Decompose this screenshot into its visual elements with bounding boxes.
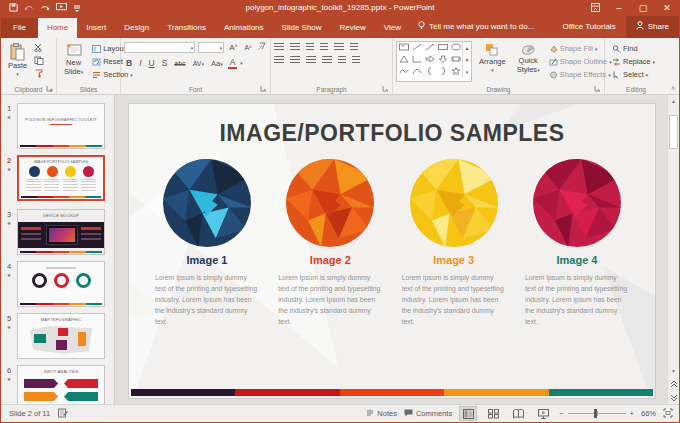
format-painter-icon[interactable] — [34, 69, 44, 80]
shape-brace-right-icon[interactable] — [439, 67, 447, 77]
shape-star-icon[interactable] — [451, 67, 461, 77]
shape-triangle-icon[interactable] — [399, 55, 409, 65]
normal-view-button[interactable] — [459, 406, 477, 421]
zoom-slider-track[interactable] — [568, 413, 626, 414]
thumbnail-slide-4[interactable]: 4★ — [1, 261, 114, 307]
align-center-icon[interactable] — [290, 56, 300, 64]
grow-font-button[interactable]: A˄ — [227, 43, 239, 52]
notes-button[interactable]: Notes — [366, 409, 397, 419]
text-direction-icon[interactable] — [350, 43, 358, 51]
image-caption-text[interactable]: Lorem Ipsum is simply dummy text of the … — [525, 273, 629, 327]
reading-view-button[interactable] — [509, 406, 527, 421]
shapes-scroll-up-icon[interactable]: ▲ — [462, 42, 471, 54]
paragraph-dialog-launcher-icon[interactable] — [382, 85, 390, 93]
font-size-combo[interactable]: ▾ — [198, 42, 224, 53]
image-caption-text[interactable]: Lorem Ipsum is simply dummy text of the … — [278, 273, 382, 327]
bullets-icon[interactable] — [274, 43, 284, 51]
italic-button[interactable]: I — [137, 58, 143, 68]
scrollbar-thumb[interactable] — [669, 115, 678, 149]
zoom-in-icon[interactable]: + — [630, 409, 634, 418]
font-color-caret-icon[interactable]: ▾ — [240, 60, 243, 66]
close-icon[interactable]: ✕ — [655, 0, 679, 15]
scroll-up-icon[interactable]: ▲ — [668, 95, 679, 107]
slide-show-button[interactable] — [534, 406, 552, 421]
change-case-button[interactable]: Aa▾ — [209, 59, 225, 68]
share-button[interactable]: Share — [626, 16, 679, 38]
scroll-down-icon[interactable]: ▼ — [668, 365, 679, 377]
clear-formatting-icon[interactable] — [257, 42, 267, 53]
clipboard-dialog-launcher-icon[interactable] — [46, 85, 54, 93]
collapse-ribbon-icon[interactable]: ˄ — [671, 85, 675, 92]
comments-button[interactable]: Comments — [404, 409, 452, 419]
tab-insert[interactable]: Insert — [77, 18, 115, 38]
copy-icon[interactable] — [34, 56, 44, 67]
shrink-font-button[interactable]: A˅ — [242, 44, 254, 51]
quick-styles-button[interactable]: QuickStyles▾ — [513, 41, 544, 82]
shape-oval-icon[interactable] — [451, 43, 461, 53]
thumbnail-slide-6[interactable]: 6★ SWOT ANALYSIS — [1, 365, 114, 405]
image-card-1[interactable]: Image 1 Lorem Ipsum is simply dummy text… — [151, 159, 263, 327]
image-card-2[interactable]: Image 2 Lorem Ipsum is simply dummy text… — [274, 159, 386, 327]
font-color-button[interactable]: A — [228, 57, 238, 69]
shape-outline-button[interactable]: Shape Outline▾ — [547, 56, 614, 67]
image-card-4[interactable]: Image 4 Lorem Ipsum is simply dummy text… — [521, 159, 633, 327]
font-dialog-launcher-icon[interactable] — [260, 85, 268, 93]
font-name-combo[interactable]: ▾ — [124, 42, 195, 53]
save-icon[interactable] — [9, 3, 18, 12]
thumbnail-slide-2-selected[interactable]: 2★ IMAGE/PORTFOLIO SAMPLES — [1, 155, 114, 201]
image-label[interactable]: Image 2 — [310, 254, 351, 266]
shape-freeform-icon[interactable] — [399, 67, 409, 77]
shapes-more-icon[interactable]: ▾ — [462, 66, 471, 78]
cut-icon[interactable] — [34, 43, 44, 54]
smartart-icon[interactable] — [352, 56, 360, 64]
strikethrough-button[interactable]: abc — [172, 60, 187, 67]
thumbnail-slide-5[interactable]: 5★ MAP INFOGRAPHIC — [1, 313, 114, 359]
shape-rectangle-icon[interactable] — [438, 43, 448, 53]
arrange-button[interactable]: Arrange▾ — [475, 41, 510, 82]
line-spacing-icon[interactable] — [334, 43, 344, 51]
scrollbar-track[interactable] — [668, 107, 679, 365]
previous-slide-button[interactable] — [668, 377, 679, 391]
shape-arrow-icon[interactable] — [425, 43, 435, 53]
paste-button[interactable]: Paste ▾ — [4, 41, 31, 82]
fit-slide-to-window-icon[interactable] — [663, 408, 673, 420]
image-label[interactable]: Image 4 — [557, 254, 598, 266]
shape-elbow-icon[interactable] — [412, 55, 422, 65]
ribbon-display-options-icon[interactable] — [583, 0, 607, 15]
image-caption-text[interactable]: Lorem Ipsum is simply dummy text of the … — [402, 273, 506, 327]
shapes-gallery[interactable]: ▲ ▼ ▾ — [396, 41, 472, 82]
image-card-3[interactable]: Image 3 Lorem Ipsum is simply dummy text… — [398, 159, 510, 327]
shape-effects-button[interactable]: Shape Effects▾ — [547, 69, 614, 80]
spell-check-icon[interactable] — [58, 408, 68, 420]
bold-button[interactable]: B — [124, 58, 134, 68]
replace-button[interactable]: Replace▾ — [610, 56, 657, 67]
office-tutorials-button[interactable]: Office Tutorials — [552, 17, 625, 37]
shape-arrow-right-icon[interactable] — [425, 55, 435, 65]
find-button[interactable]: Find — [610, 43, 657, 54]
image-label[interactable]: Image 3 — [433, 254, 474, 266]
drawing-dialog-launcher-icon[interactable] — [594, 85, 602, 93]
redo-icon[interactable] — [40, 4, 50, 12]
tab-design[interactable]: Design — [115, 18, 158, 38]
numbering-icon[interactable] — [290, 43, 300, 51]
new-slide-button[interactable]: NewSlide▾ — [60, 41, 87, 82]
tab-slide-show[interactable]: Slide Show — [273, 18, 331, 38]
tab-transitions[interactable]: Transitions — [158, 18, 215, 38]
start-from-beginning-icon[interactable] — [56, 3, 67, 12]
tab-view[interactable]: View — [375, 18, 410, 38]
thumbnail-slide-1[interactable]: 1★ POLYGON INFOGRAPHIC TOOLKIT — [1, 103, 114, 149]
maximize-icon[interactable]: ▢ — [631, 0, 655, 15]
shape-arrow-down-icon[interactable] — [438, 55, 448, 65]
select-button[interactable]: Select▾ — [610, 69, 657, 80]
underline-button[interactable]: U — [147, 58, 157, 68]
slide-title[interactable]: IMAGE/PORTFOLIO SAMPLES — [129, 120, 655, 147]
increase-indent-icon[interactable] — [320, 43, 328, 51]
image-label[interactable]: Image 1 — [187, 254, 228, 266]
align-right-icon[interactable] — [306, 56, 316, 64]
thumbnail-slide-3[interactable]: 3★ DEVICE MOCKUP — [1, 209, 114, 255]
current-slide[interactable]: IMAGE/PORTFOLIO SAMPLES — [128, 103, 656, 399]
shape-textbox-icon[interactable] — [399, 43, 409, 53]
columns-icon[interactable] — [338, 56, 346, 64]
zoom-out-icon[interactable]: − — [559, 409, 563, 418]
slide-sorter-view-button[interactable] — [484, 406, 502, 421]
